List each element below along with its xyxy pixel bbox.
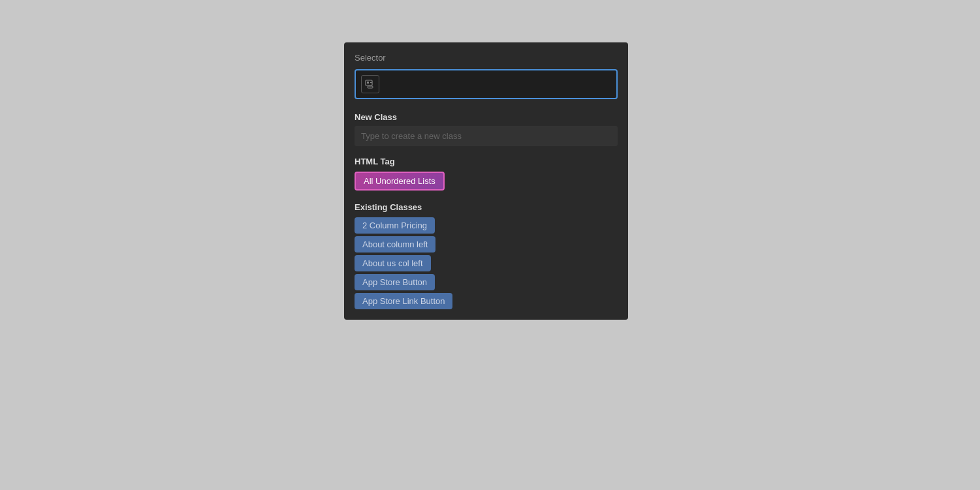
svg-rect-1 (367, 82, 369, 84)
selector-panel: Selector New Class Type to create a new … (344, 42, 628, 320)
class-item-2[interactable]: About us col left (355, 255, 431, 271)
html-tag-label: HTML Tag (355, 151, 618, 172)
create-class-hint: Type to create a new class (355, 126, 618, 146)
selector-icon (361, 75, 379, 93)
class-list: 2 Column Pricing About column left About… (355, 217, 618, 309)
new-class-label: New Class (355, 107, 618, 126)
class-item-0[interactable]: 2 Column Pricing (355, 217, 435, 234)
svg-rect-3 (368, 86, 373, 88)
class-item-1[interactable]: About column left (355, 236, 435, 253)
html-tag-badge[interactable]: All Unordered Lists (355, 172, 445, 191)
panel-title: Selector (355, 53, 618, 63)
selector-input-wrapper[interactable] (355, 69, 618, 99)
class-item-3[interactable]: App Store Button (355, 274, 435, 290)
existing-classes-label: Existing Classes (355, 197, 618, 217)
class-item-4[interactable]: App Store Link Button (355, 293, 452, 309)
